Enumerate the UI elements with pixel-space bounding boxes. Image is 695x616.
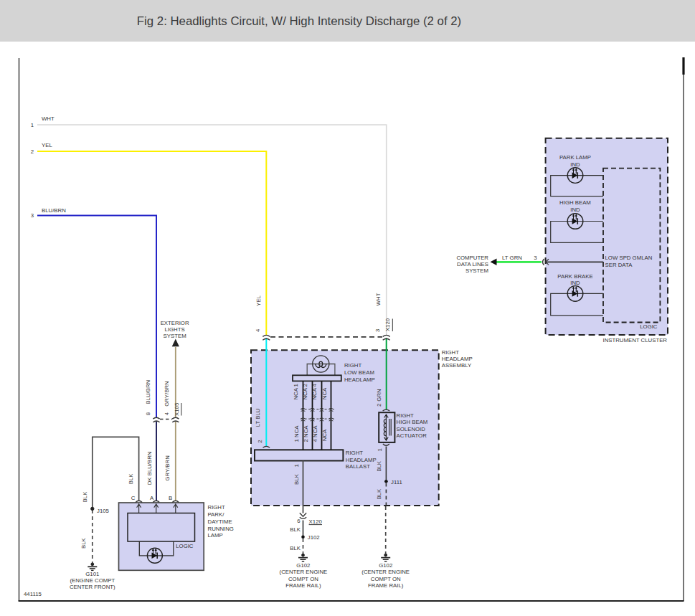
svg-text:C: C bbox=[131, 495, 136, 501]
svg-text:DAYTIME: DAYTIME bbox=[208, 518, 232, 525]
svg-text:SYSTEM: SYSTEM bbox=[465, 267, 488, 274]
svg-text:HEADLAMP: HEADLAMP bbox=[344, 376, 375, 383]
svg-text:LIGHTS: LIGHTS bbox=[165, 326, 185, 333]
svg-text:HEADLAMP: HEADLAMP bbox=[442, 356, 473, 362]
svg-text:PARK LAMP: PARK LAMP bbox=[559, 154, 591, 161]
svg-text:G102: G102 bbox=[296, 562, 310, 569]
svg-text:NCA 1: NCA 1 bbox=[293, 384, 300, 400]
svg-text:LT BLU: LT BLU bbox=[255, 408, 261, 427]
svg-text:G102: G102 bbox=[379, 562, 392, 569]
svg-text:2: 2 bbox=[257, 440, 263, 442]
svg-text:X120: X120 bbox=[384, 318, 391, 331]
svg-text:BLK: BLK bbox=[81, 538, 88, 549]
svg-text:441115: 441115 bbox=[24, 591, 42, 597]
svg-text:IND: IND bbox=[570, 207, 580, 213]
svg-text:G101: G101 bbox=[85, 571, 99, 577]
svg-text:INSTRUMENT CLUSTER: INSTRUMENT CLUSTER bbox=[602, 337, 667, 343]
svg-text:FRAME RAIL): FRAME RAIL) bbox=[368, 582, 404, 589]
svg-text:DATA LINES: DATA LINES bbox=[457, 261, 488, 267]
svg-text:LOGIC: LOGIC bbox=[176, 543, 194, 549]
svg-text:RIGHT: RIGHT bbox=[344, 362, 361, 369]
svg-text:BLK: BLK bbox=[293, 473, 300, 485]
svg-text:BALLAST: BALLAST bbox=[346, 463, 370, 470]
svg-text:1: 1 bbox=[293, 464, 300, 467]
svg-text:COMPT ON: COMPT ON bbox=[288, 576, 318, 582]
svg-text:BLK: BLK bbox=[82, 491, 88, 503]
svg-text:SOLENOID: SOLENOID bbox=[397, 426, 426, 432]
svg-text:CENTER FRONT): CENTER FRONT) bbox=[70, 584, 115, 590]
svg-text:GRN: GRN bbox=[376, 389, 382, 401]
svg-text:LOW SPD GMLAN: LOW SPD GMLAN bbox=[605, 255, 653, 261]
svg-text:SER DATA: SER DATA bbox=[605, 262, 633, 268]
svg-text:LT GRN: LT GRN bbox=[502, 255, 522, 261]
svg-text:BLK: BLK bbox=[128, 473, 134, 485]
svg-text:YEL: YEL bbox=[255, 295, 262, 305]
svg-text:BLK: BLK bbox=[376, 460, 382, 472]
svg-text:4: 4 bbox=[164, 412, 170, 415]
svg-text:COMPUTER: COMPUTER bbox=[456, 255, 488, 261]
svg-text:HIGH BEAM: HIGH BEAM bbox=[397, 419, 428, 425]
svg-text:PARK BRAKE: PARK BRAKE bbox=[557, 273, 592, 280]
svg-text:RIGHT: RIGHT bbox=[397, 412, 414, 419]
svg-text:B: B bbox=[169, 495, 172, 501]
svg-text:GRY/BRN: GRY/BRN bbox=[164, 381, 170, 406]
svg-text:BLU/BRN: BLU/BRN bbox=[42, 207, 66, 214]
svg-text:(ENGINE COMPT: (ENGINE COMPT bbox=[70, 577, 115, 584]
svg-text:3: 3 bbox=[534, 255, 536, 261]
svg-text:LOW BEAM: LOW BEAM bbox=[344, 369, 374, 376]
svg-text:RIGHT: RIGHT bbox=[208, 504, 225, 511]
svg-text:IND: IND bbox=[570, 161, 580, 168]
svg-text:A: A bbox=[150, 495, 154, 501]
svg-text:SYSTEM: SYSTEM bbox=[164, 333, 186, 339]
svg-text:1: 1 bbox=[377, 448, 383, 451]
svg-text:6: 6 bbox=[297, 518, 300, 524]
svg-text:BLK: BLK bbox=[290, 526, 301, 533]
svg-text:RIGHT: RIGHT bbox=[346, 450, 363, 456]
svg-text:BLK: BLK bbox=[290, 545, 301, 551]
svg-text:BLK: BLK bbox=[376, 488, 382, 500]
svg-text:BLU/BRN: BLU/BRN bbox=[145, 380, 151, 404]
svg-text:DK BLU/BRN: DK BLU/BRN bbox=[146, 452, 153, 485]
svg-text:LAMP: LAMP bbox=[208, 532, 223, 539]
svg-text:WHT: WHT bbox=[42, 115, 55, 122]
svg-text:1 NCA: 1 NCA bbox=[293, 425, 300, 442]
svg-text:J105: J105 bbox=[97, 508, 110, 514]
svg-text:2: 2 bbox=[376, 404, 382, 407]
svg-text:(CENTER ENGINE: (CENTER ENGINE bbox=[361, 569, 410, 575]
svg-text:X105: X105 bbox=[174, 402, 180, 416]
svg-text:GRY/BRN: GRY/BRN bbox=[164, 455, 171, 480]
svg-text:2: 2 bbox=[31, 148, 34, 155]
svg-text:(CENTER ENGINE: (CENTER ENGINE bbox=[280, 569, 328, 575]
svg-text:LOGIC: LOGIC bbox=[640, 323, 658, 330]
svg-text:FRAME RAIL): FRAME RAIL) bbox=[285, 582, 321, 589]
svg-text:EXTERIOR: EXTERIOR bbox=[161, 320, 189, 326]
svg-text:1: 1 bbox=[31, 122, 34, 128]
svg-text:X120: X120 bbox=[309, 518, 323, 525]
svg-text:J102: J102 bbox=[308, 534, 320, 541]
svg-text:HIGH BEAM: HIGH BEAM bbox=[559, 199, 591, 206]
svg-text:COMPT ON: COMPT ON bbox=[371, 576, 401, 582]
svg-text:RIGHT: RIGHT bbox=[442, 349, 459, 356]
svg-text:3: 3 bbox=[374, 329, 381, 332]
svg-text:RUNNING: RUNNING bbox=[208, 526, 234, 532]
svg-text:PARK/: PARK/ bbox=[208, 511, 225, 518]
svg-text:ACTUATOR: ACTUATOR bbox=[397, 432, 427, 439]
svg-text:ASSEMBLY: ASSEMBLY bbox=[442, 362, 472, 369]
svg-text:4: 4 bbox=[255, 328, 261, 332]
svg-text:IND: IND bbox=[570, 280, 580, 286]
svg-text:8: 8 bbox=[145, 412, 151, 415]
svg-text:J111: J111 bbox=[391, 479, 402, 485]
svg-text:WHT: WHT bbox=[375, 293, 382, 305]
svg-text:3: 3 bbox=[31, 212, 34, 219]
svg-text:YEL: YEL bbox=[42, 142, 52, 148]
